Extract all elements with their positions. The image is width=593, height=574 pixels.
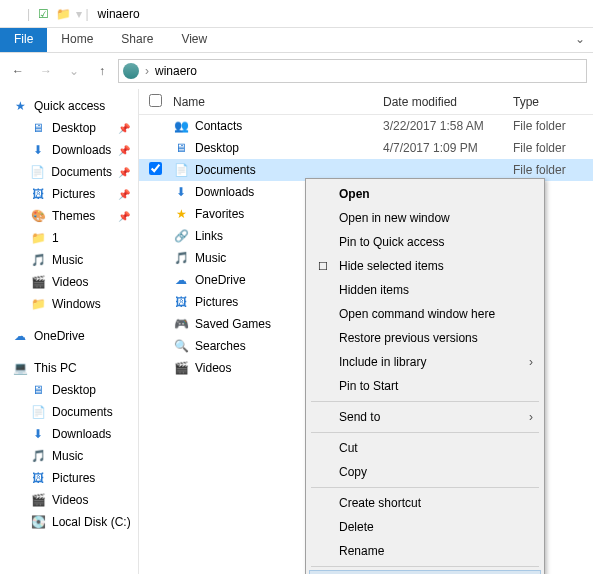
sidebar-item-pictures[interactable]: 🖼Pictures📌: [0, 183, 138, 205]
sidebar-item-documents[interactable]: 📄Documents📌: [0, 161, 138, 183]
menu-hidden-items[interactable]: Hidden items: [309, 278, 541, 302]
savedgames-icon: 🎮: [173, 316, 189, 332]
file-name: Favorites: [195, 207, 244, 221]
sidebar-item-pc-music[interactable]: 🎵Music: [0, 445, 138, 467]
file-name: Videos: [195, 361, 231, 375]
menu-rename[interactable]: Rename: [309, 539, 541, 563]
up-button[interactable]: ↑: [90, 59, 114, 83]
menu-open[interactable]: Open: [309, 182, 541, 206]
col-date[interactable]: Date modified: [383, 95, 513, 109]
videos-icon: 🎬: [30, 274, 46, 290]
sidebar-item-music[interactable]: 🎵Music: [0, 249, 138, 271]
address-segment[interactable]: winaero: [155, 64, 197, 78]
submenu-arrow-icon: ›: [529, 355, 533, 369]
address-bar[interactable]: › winaero: [118, 59, 587, 83]
ribbon-expand-icon[interactable]: ⌄: [567, 28, 593, 52]
file-name: Searches: [195, 339, 246, 353]
header-checkbox[interactable]: [149, 94, 173, 110]
sidebar-item-windows[interactable]: 📁Windows: [0, 293, 138, 315]
file-name: Desktop: [195, 141, 239, 155]
file-name: Documents: [195, 163, 256, 177]
file-date: 4/7/2017 1:09 PM: [383, 141, 513, 155]
sidebar-item-thispc[interactable]: 💻This PC: [0, 357, 138, 379]
music-icon: 🎵: [173, 250, 189, 266]
menu-pin-quick-access[interactable]: Pin to Quick access: [309, 230, 541, 254]
disk-icon: 💽: [30, 514, 46, 530]
sidebar-item-onedrive[interactable]: ☁OneDrive: [0, 325, 138, 347]
sidebar-label: Windows: [52, 297, 101, 311]
pin-icon: 📌: [118, 167, 130, 178]
title-bar: | ☑ 📁 ▾ | winaero: [0, 0, 593, 28]
sidebar-item-downloads[interactable]: ⬇Downloads📌: [0, 139, 138, 161]
tab-home[interactable]: Home: [47, 28, 107, 52]
sidebar-label: Themes: [52, 209, 95, 223]
menu-cut[interactable]: Cut: [309, 436, 541, 460]
table-row[interactable]: 👥Contacts3/22/2017 1:58 AMFile folder: [139, 115, 593, 137]
contacts-icon: 👥: [173, 118, 189, 134]
tab-view[interactable]: View: [167, 28, 221, 52]
pc-icon: 💻: [12, 360, 28, 376]
sidebar-item-quick-access[interactable]: ★Quick access: [0, 95, 138, 117]
sidebar-item-1[interactable]: 📁1: [0, 227, 138, 249]
col-type[interactable]: Type: [513, 95, 593, 109]
qat-newfolder-icon[interactable]: 📁: [53, 7, 73, 21]
file-name: Links: [195, 229, 223, 243]
themes-icon: 🎨: [30, 208, 46, 224]
sidebar-item-pc-desktop[interactable]: 🖥Desktop: [0, 379, 138, 401]
menu-pin-start[interactable]: Pin to Start: [309, 374, 541, 398]
pin-icon: 📌: [118, 211, 130, 222]
menu-hide-selected[interactable]: ☐Hide selected items: [309, 254, 541, 278]
menu-delete[interactable]: Delete: [309, 515, 541, 539]
file-name: Music: [195, 251, 226, 265]
qat-properties-icon[interactable]: ☑: [33, 7, 53, 21]
row-checkbox[interactable]: [149, 162, 173, 178]
menu-include-library[interactable]: Include in library›: [309, 350, 541, 374]
sidebar-label: Desktop: [52, 383, 96, 397]
menu-create-shortcut[interactable]: Create shortcut: [309, 491, 541, 515]
menu-label: Delete: [339, 520, 374, 534]
sidebar-label: Downloads: [52, 427, 111, 441]
recent-dropdown-icon[interactable]: ⌄: [62, 59, 86, 83]
menu-restore-previous[interactable]: Restore previous versions: [309, 326, 541, 350]
sidebar-item-desktop[interactable]: 🖥Desktop📌: [0, 117, 138, 139]
menu-open-cmd[interactable]: Open command window here: [309, 302, 541, 326]
submenu-arrow-icon: ›: [529, 410, 533, 424]
menu-separator: [311, 487, 539, 488]
col-name[interactable]: Name: [173, 95, 383, 109]
chevron-right-icon[interactable]: ›: [145, 64, 149, 78]
file-name: OneDrive: [195, 273, 246, 287]
sidebar-item-pc-videos[interactable]: 🎬Videos: [0, 489, 138, 511]
menu-send-to[interactable]: Send to›: [309, 405, 541, 429]
menu-separator: [311, 432, 539, 433]
menu-properties[interactable]: Properties: [309, 570, 541, 574]
address-user-icon: [123, 63, 139, 79]
desktop-icon: 🖥: [30, 120, 46, 136]
desktop-icon: 🖥: [173, 140, 189, 156]
menu-copy[interactable]: Copy: [309, 460, 541, 484]
tab-share[interactable]: Share: [107, 28, 167, 52]
tab-file[interactable]: File: [0, 28, 47, 52]
sidebar-label: Downloads: [52, 143, 111, 157]
sidebar-label: Pictures: [52, 187, 95, 201]
pictures-icon: 🖼: [173, 294, 189, 310]
file-name: Contacts: [195, 119, 242, 133]
menu-separator: [311, 566, 539, 567]
menu-label: Restore previous versions: [339, 331, 478, 345]
sidebar-item-pc-pictures[interactable]: 🖼Pictures: [0, 467, 138, 489]
file-date: 3/22/2017 1:58 AM: [383, 119, 513, 133]
file-type: File folder: [513, 141, 593, 155]
sidebar-item-localdisk[interactable]: 💽Local Disk (C:): [0, 511, 138, 533]
back-button[interactable]: ←: [6, 59, 30, 83]
menu-open-new-window[interactable]: Open in new window: [309, 206, 541, 230]
sidebar-item-themes[interactable]: 🎨Themes📌: [0, 205, 138, 227]
menu-label: Send to: [339, 410, 380, 424]
sidebar-item-pc-documents[interactable]: 📄Documents: [0, 401, 138, 423]
sidebar-label: Local Disk (C:): [52, 515, 131, 529]
sidebar-label: Music: [52, 449, 83, 463]
star-icon: ★: [12, 98, 28, 114]
table-row[interactable]: 🖥Desktop4/7/2017 1:09 PMFile folder: [139, 137, 593, 159]
sidebar-item-videos[interactable]: 🎬Videos: [0, 271, 138, 293]
searches-icon: 🔍: [173, 338, 189, 354]
sidebar-item-pc-downloads[interactable]: ⬇Downloads: [0, 423, 138, 445]
downloads-icon: ⬇: [30, 142, 46, 158]
